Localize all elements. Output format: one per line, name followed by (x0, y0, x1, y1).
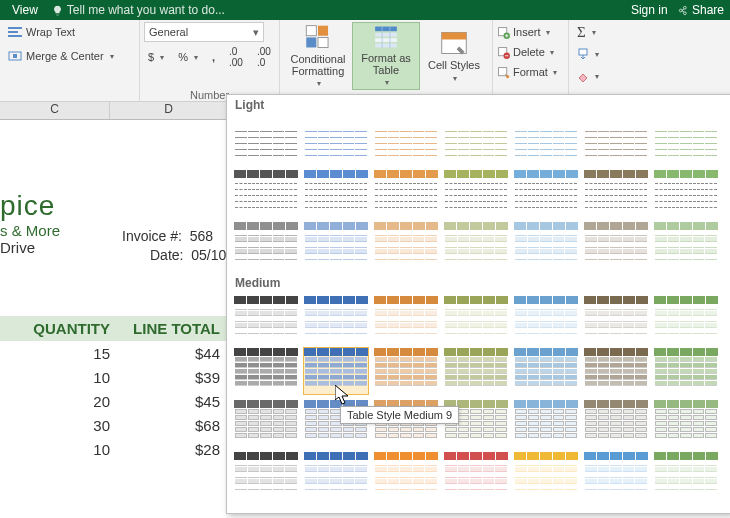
editing-group: Σ AZ Sort & Filter Find & Select (569, 20, 627, 102)
table-style-swatch[interactable] (583, 295, 649, 343)
table-style-swatch[interactable] (653, 295, 719, 343)
fill-button[interactable] (573, 44, 603, 64)
increase-decimal-button[interactable]: .0.00 (225, 47, 247, 67)
merge-icon (8, 49, 22, 63)
col-line-total[interactable]: LINE TOTAL (120, 320, 230, 337)
table-style-swatch[interactable] (373, 169, 439, 217)
svg-rect-11 (375, 38, 397, 42)
table-style-swatch[interactable] (233, 169, 299, 217)
table-style-swatch[interactable] (653, 221, 719, 269)
table-style-swatch[interactable] (373, 451, 439, 499)
svg-point-20 (506, 74, 509, 77)
share-button[interactable]: Share (678, 3, 724, 17)
table-style-swatch[interactable] (653, 451, 719, 499)
svg-rect-14 (442, 33, 467, 40)
alignment-group: Wrap Text Merge & Center (0, 20, 140, 102)
table-style-swatch[interactable] (373, 117, 439, 165)
table-style-swatch[interactable] (233, 399, 299, 447)
share-icon (678, 5, 689, 16)
col-header-c[interactable]: C (0, 102, 110, 119)
table-style-swatch[interactable] (233, 451, 299, 499)
currency-button[interactable]: $ (144, 47, 168, 67)
format-button[interactable]: Format (497, 62, 564, 82)
comma-button[interactable]: , (208, 47, 219, 67)
svg-rect-21 (579, 49, 587, 55)
table-icon (372, 25, 400, 50)
svg-rect-5 (306, 26, 316, 36)
table-style-swatch[interactable] (443, 117, 509, 165)
svg-rect-8 (318, 37, 328, 47)
svg-rect-6 (318, 26, 328, 36)
invoice-num-value: 568 (190, 228, 213, 244)
format-as-table-button[interactable]: Format as Table (352, 22, 420, 90)
table-style-swatch[interactable] (583, 169, 649, 217)
insert-icon (497, 26, 510, 39)
table-style-swatch[interactable] (373, 221, 439, 269)
table-style-swatch[interactable] (653, 169, 719, 217)
table-style-swatch[interactable] (443, 451, 509, 499)
table-style-swatch[interactable] (583, 117, 649, 165)
gallery-category-light: Light (227, 95, 730, 115)
table-style-swatch[interactable] (233, 347, 299, 395)
cell-styles-button[interactable]: Cell Styles (420, 22, 488, 90)
table-style-swatch[interactable] (303, 117, 369, 165)
table-style-swatch[interactable] (583, 347, 649, 395)
delete-button[interactable]: Delete (497, 42, 564, 62)
table-style-swatch[interactable] (443, 347, 509, 395)
date-label: Date: (122, 247, 183, 263)
number-format-select[interactable]: General▾ (144, 22, 264, 42)
svg-rect-12 (375, 44, 397, 48)
svg-rect-2 (8, 35, 22, 37)
table-style-swatch[interactable] (513, 221, 579, 269)
delete-icon (497, 46, 510, 59)
gallery-category-medium: Medium (227, 273, 730, 293)
table-style-swatch[interactable] (583, 451, 649, 499)
table-style-swatch[interactable] (303, 221, 369, 269)
table-style-swatch[interactable] (233, 221, 299, 269)
svg-rect-0 (8, 27, 22, 29)
table-style-swatch[interactable] (513, 169, 579, 217)
table-style-gallery[interactable]: Light Medium (226, 94, 730, 514)
table-style-swatch[interactable] (443, 295, 509, 343)
ribbon: Wrap Text Merge & Center General▾ $ % , … (0, 20, 730, 102)
table-style-swatch[interactable] (513, 451, 579, 499)
col-header-d[interactable]: D (110, 102, 228, 119)
clear-button[interactable] (573, 66, 603, 86)
table-style-swatch[interactable] (653, 117, 719, 165)
svg-rect-4 (13, 54, 17, 58)
col-quantity[interactable]: QUANTITY (0, 320, 120, 337)
wrap-text-button[interactable]: Wrap Text (4, 22, 135, 42)
table-style-swatch[interactable] (373, 347, 439, 395)
table-style-swatch[interactable] (303, 295, 369, 343)
tab-view[interactable]: View (6, 1, 44, 19)
conditional-formatting-icon (304, 24, 332, 51)
format-icon (497, 66, 510, 79)
percent-button[interactable]: % (174, 47, 202, 67)
merge-center-button[interactable]: Merge & Center (4, 46, 135, 66)
table-style-swatch[interactable] (513, 295, 579, 343)
table-style-swatch[interactable] (583, 399, 649, 447)
table-style-swatch[interactable] (233, 295, 299, 343)
autosum-button[interactable]: Σ (573, 22, 600, 42)
insert-button[interactable]: Insert (497, 22, 564, 42)
conditional-formatting-button[interactable]: Conditional Formatting (284, 22, 352, 90)
table-style-swatch[interactable] (653, 399, 719, 447)
fill-down-icon (577, 48, 589, 60)
svg-rect-7 (306, 37, 316, 47)
sign-in-link[interactable]: Sign in (631, 3, 668, 17)
table-style-swatch[interactable] (443, 221, 509, 269)
table-style-swatch[interactable] (443, 169, 509, 217)
table-style-swatch[interactable] (233, 117, 299, 165)
tell-me-search[interactable]: Tell me what you want to do... (52, 1, 225, 19)
table-style-swatch[interactable] (513, 399, 579, 447)
table-style-swatch[interactable] (513, 347, 579, 395)
table-style-swatch[interactable] (303, 347, 369, 395)
decrease-decimal-button[interactable]: .00.0 (253, 47, 275, 67)
table-style-swatch[interactable] (303, 451, 369, 499)
table-style-swatch[interactable] (583, 221, 649, 269)
lightbulb-icon (52, 5, 63, 16)
table-style-swatch[interactable] (513, 117, 579, 165)
table-style-swatch[interactable] (373, 295, 439, 343)
table-style-swatch[interactable] (303, 169, 369, 217)
table-style-swatch[interactable] (653, 347, 719, 395)
